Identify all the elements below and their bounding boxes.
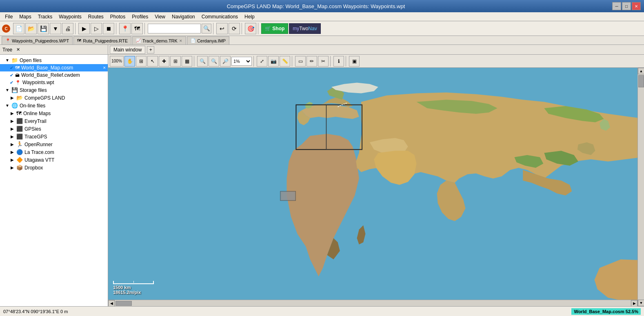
scroll-down-btn[interactable]: ▼ bbox=[638, 300, 644, 306]
main-window-tab[interactable]: Main window bbox=[110, 46, 145, 54]
info-btn[interactable]: ℹ bbox=[333, 56, 344, 67]
pan-btn[interactable]: ✋ bbox=[124, 56, 135, 67]
tree-latrace[interactable]: ▶ 🔵 La Trace.com bbox=[0, 148, 108, 156]
grid-btn[interactable]: ⊞ bbox=[170, 56, 181, 67]
track-tab-close[interactable]: ✕ bbox=[179, 39, 182, 43]
tree-world-relief[interactable]: ✔ 🏔 World_Base_Relief.cwdem bbox=[0, 71, 108, 79]
svg-rect-6 bbox=[281, 192, 295, 200]
toolbar-sep-5 bbox=[242, 23, 243, 34]
maximize-button[interactable]: □ bbox=[622, 2, 631, 10]
menu-item-communications[interactable]: Communications bbox=[198, 13, 241, 20]
map-scrollbar-bottom[interactable]: ◀ ▶ bbox=[108, 300, 637, 306]
layers-btn[interactable]: ⊞ bbox=[136, 56, 147, 67]
stop-button[interactable]: ⏹ bbox=[103, 23, 114, 34]
zoom-in-btn[interactable]: 🔍 bbox=[197, 56, 208, 67]
close-button[interactable]: ✕ bbox=[632, 2, 641, 10]
waypoints-label: Waypoints.wpt bbox=[22, 80, 54, 85]
menu-item-profiles[interactable]: Profiles bbox=[129, 13, 151, 20]
delete-btn[interactable]: ✂ bbox=[318, 56, 329, 67]
tree-tracegps[interactable]: ▶ ⬛ TraceGPS bbox=[0, 133, 108, 140]
menu-item-view[interactable]: View bbox=[151, 13, 169, 20]
file-tab-imp[interactable]: 📄 Cerdanya.IMP bbox=[187, 36, 229, 45]
toolbar-sep-2 bbox=[116, 23, 118, 34]
save-dropdown[interactable]: ▼ bbox=[50, 23, 61, 34]
file-tab-track[interactable]: 📈 Track_demo.TRK ✕ bbox=[132, 36, 186, 45]
online-maps-icon: 🗺 bbox=[16, 110, 22, 116]
search-button[interactable]: 🔍 bbox=[202, 24, 211, 33]
dropbox-expander: ▶ bbox=[10, 165, 15, 170]
play-button2[interactable]: ▷ bbox=[91, 23, 102, 34]
scroll-up-btn[interactable]: ▲ bbox=[638, 68, 644, 74]
menu-items: FileMapsTracksWaypointsRoutesPhotosProfi… bbox=[2, 13, 258, 20]
everytrail-icon: ⬛ bbox=[16, 118, 23, 124]
add-map-window-btn[interactable]: + bbox=[147, 46, 154, 53]
new-button[interactable]: 📄 bbox=[13, 23, 24, 34]
menu-item-file[interactable]: File bbox=[2, 13, 16, 20]
tree-world-base[interactable]: ✔ 🗺 World_Base_Map.cosm ✕ bbox=[0, 64, 108, 71]
map-scrollbar-right[interactable]: ▲ ▼ bbox=[637, 68, 644, 306]
zoom-out-btn[interactable]: 🔍 bbox=[209, 56, 219, 67]
screenshot-btn[interactable]: 📷 bbox=[268, 56, 279, 67]
menu-item-help[interactable]: Help bbox=[241, 13, 258, 20]
world-base-close[interactable]: ✕ bbox=[103, 66, 106, 70]
twonav-button[interactable]: myTwoNav bbox=[289, 23, 320, 34]
save-button[interactable]: 💾 bbox=[38, 23, 49, 34]
route-btn[interactable]: 🗺 bbox=[131, 23, 143, 34]
map-area[interactable]: 1500 km 18615.2m/pix ▲ ▼ ◀ ▶ bbox=[108, 68, 644, 306]
waypoints-btn[interactable]: 📍 bbox=[119, 23, 131, 34]
move-btn[interactable]: ✚ bbox=[159, 56, 169, 67]
waypoints-tab-label: Waypoints_Puigpedros.WPT bbox=[12, 38, 69, 43]
search-input[interactable] bbox=[148, 24, 201, 33]
map-toolbar: 100% ✋ ⊞ ↖ ✚ ⊞ ▦ 🔍 🔍 🔎 1% 5% 10% 25% 50%… bbox=[108, 55, 644, 68]
scroll-right-btn[interactable]: ▶ bbox=[631, 300, 637, 307]
play-button[interactable]: ▶ bbox=[78, 23, 90, 34]
zoom-100-btn[interactable]: 100% bbox=[110, 56, 124, 67]
menu-item-tracks[interactable]: Tracks bbox=[35, 13, 56, 20]
zoom-area-btn[interactable]: 🔎 bbox=[220, 56, 231, 67]
cursor-btn[interactable]: ↖ bbox=[147, 56, 158, 67]
minimize-button[interactable]: ─ bbox=[612, 2, 621, 10]
window-btn[interactable]: ▣ bbox=[349, 56, 360, 67]
waypoints-tab-icon: 📍 bbox=[5, 38, 10, 43]
tree-openrunner[interactable]: ▶ 🏃 OpenRunner bbox=[0, 140, 108, 148]
tree-utagawa[interactable]: ▶ 🔶 Utagawa VTT bbox=[0, 156, 108, 164]
zoom-select[interactable]: 1% 5% 10% 25% 50% 100% bbox=[231, 57, 252, 66]
tree-dropbox[interactable]: ▶ 📦 Dropbox bbox=[0, 164, 108, 171]
menu-item-routes[interactable]: Routes bbox=[85, 13, 107, 20]
tree-online-maps[interactable]: ▶ 🗺 Online Maps bbox=[0, 109, 108, 117]
tree-online-files[interactable]: ▼ 🌐 On-line files bbox=[0, 102, 108, 109]
tree-gpsies[interactable]: ▶ ⬛ GPSies bbox=[0, 125, 108, 133]
tree-open-files[interactable]: ▼ 📁 Open files bbox=[0, 56, 108, 64]
tree-storage-files[interactable]: ▼ 💾 Storage files bbox=[0, 86, 108, 94]
menu-item-maps[interactable]: Maps bbox=[16, 13, 34, 20]
shop-button[interactable]: 🛒 Shop bbox=[261, 23, 288, 34]
world-base-label: World_Base_Map.cosm bbox=[21, 65, 73, 71]
my-label: my bbox=[293, 26, 299, 31]
measure-btn[interactable]: 📏 bbox=[280, 56, 290, 67]
file-tab-route[interactable]: 🗺 Ruta_Puigpedros.RTE bbox=[73, 36, 131, 45]
compegps-icon: 📂 bbox=[16, 95, 23, 101]
edit-btn[interactable]: ✏ bbox=[306, 56, 317, 67]
fit-view-btn[interactable]: ⤢ bbox=[257, 56, 267, 67]
utagawa-icon: 🔶 bbox=[16, 157, 23, 163]
sync-button[interactable]: ⟳ bbox=[229, 23, 240, 34]
map-info-display: World_Base_Map.cosm 52.5% bbox=[571, 308, 641, 315]
horizontal-scroll-thumb[interactable] bbox=[115, 301, 132, 306]
world-relief-icon: 🏔 bbox=[15, 73, 20, 78]
menu-item-waypoints[interactable]: Waypoints bbox=[56, 13, 85, 20]
tree-everytrail[interactable]: ▶ ⬛ EveryTrail bbox=[0, 117, 108, 125]
vertical-scroll-thumb[interactable] bbox=[638, 75, 644, 87]
file-tab-waypoints[interactable]: 📍 Waypoints_Puigpedros.WPT bbox=[2, 36, 73, 45]
menu-item-navigation[interactable]: Navigation bbox=[169, 13, 198, 20]
tree-compegps[interactable]: ▶ 📂 CompeGPS LAND bbox=[0, 94, 108, 102]
calibrate-btn[interactable]: 🎯 bbox=[245, 23, 256, 34]
tree-waypoints-wpt[interactable]: ✔ 📍 Waypoints.wpt bbox=[0, 79, 108, 86]
menu-item-photos[interactable]: Photos bbox=[107, 13, 129, 20]
open-button[interactable]: 📂 bbox=[25, 23, 37, 34]
table-btn[interactable]: ▦ bbox=[182, 56, 192, 67]
tree-close-btn[interactable]: ✕ bbox=[16, 47, 20, 52]
undo-button[interactable]: ↩ bbox=[216, 23, 228, 34]
select-btn[interactable]: ▭ bbox=[295, 56, 306, 67]
scroll-left-btn[interactable]: ◀ bbox=[108, 300, 115, 307]
print-button[interactable]: 🖨 bbox=[62, 23, 73, 34]
